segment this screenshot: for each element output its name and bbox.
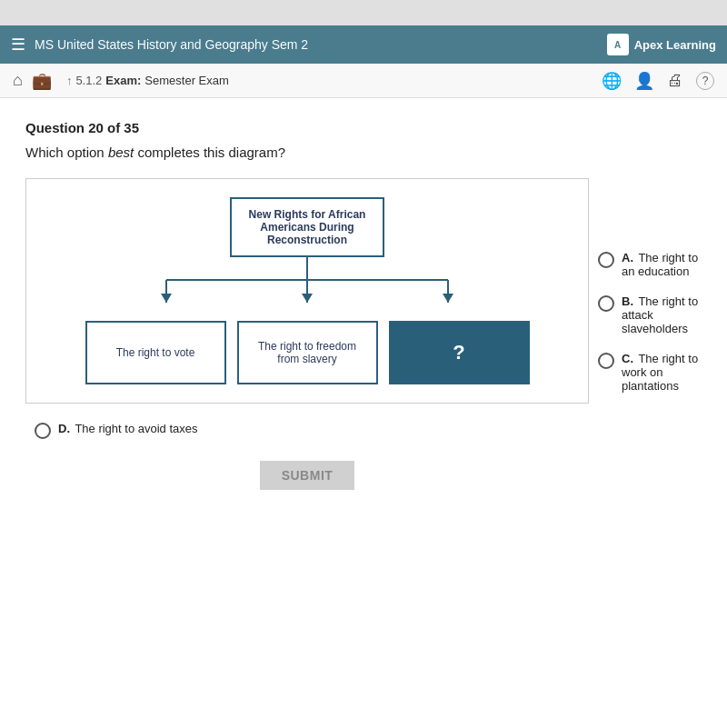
question-text-before: Which option bbox=[25, 145, 108, 160]
option-b-label: B. bbox=[622, 294, 633, 308]
briefcase-icon[interactable]: 💼 bbox=[32, 71, 52, 91]
diagram-container: New Rights for African Americans During … bbox=[25, 178, 589, 404]
submit-area: SUBMIT bbox=[25, 461, 589, 490]
option-a-text: A. The right to an education bbox=[622, 251, 702, 278]
diagram-top-box: New Rights for African Americans During … bbox=[230, 197, 384, 257]
radio-c[interactable] bbox=[598, 353, 614, 369]
option-b-text: B. The right to attack slaveholders bbox=[622, 294, 702, 335]
print-icon[interactable]: 🖨 bbox=[667, 71, 683, 90]
svg-marker-7 bbox=[443, 294, 453, 303]
submit-button[interactable]: SUBMIT bbox=[260, 461, 355, 490]
app-header: ☰ MS United States History and Geography… bbox=[0, 25, 727, 64]
diagram-connectors bbox=[89, 257, 525, 321]
radio-d[interactable] bbox=[35, 423, 51, 439]
apex-label: Apex Learning bbox=[634, 38, 716, 52]
diagram-box-unknown: ? bbox=[389, 321, 530, 384]
question-text: Which option best completes this diagram… bbox=[25, 145, 702, 160]
translate-icon[interactable]: 🌐 bbox=[602, 71, 622, 91]
option-d-value: The right to avoid taxes bbox=[75, 422, 197, 435]
breadcrumb-section: 5.1.2 bbox=[75, 74, 102, 87]
sub-nav: ⌂ 💼 ↑ 5.1.2 Exam: Semester Exam 🌐 👤 🖨 ? bbox=[0, 64, 727, 98]
option-b-row[interactable]: B. The right to attack slaveholders bbox=[598, 294, 702, 335]
option-d-label: D. bbox=[58, 422, 70, 435]
option-c-label: C. bbox=[622, 352, 633, 365]
option-d-text: D. The right to avoid taxes bbox=[58, 422, 198, 435]
breadcrumb-label: Exam: bbox=[105, 74, 141, 87]
browser-bar bbox=[0, 0, 727, 25]
apex-logo: A Apex Learning bbox=[607, 34, 716, 55]
diagram-box-vote: The right to vote bbox=[85, 321, 226, 384]
question-text-italic: best bbox=[108, 145, 134, 160]
svg-marker-6 bbox=[302, 294, 313, 303]
question-text-after: completes this diagram? bbox=[134, 145, 285, 160]
option-a-row[interactable]: A. The right to an education bbox=[598, 251, 702, 278]
question-header: Question 20 of 35 bbox=[25, 120, 702, 135]
breadcrumb-arrow-icon: ↑ bbox=[66, 74, 73, 87]
help-icon[interactable]: ? bbox=[696, 72, 714, 90]
app-title: MS United States History and Geography S… bbox=[35, 37, 308, 52]
option-c-text: C. The right to work on plantations bbox=[622, 352, 702, 393]
option-c-row[interactable]: C. The right to work on plantations bbox=[598, 352, 702, 393]
home-icon[interactable]: ⌂ bbox=[13, 71, 23, 90]
breadcrumb-detail: Semester Exam bbox=[144, 74, 228, 87]
person-icon[interactable]: 👤 bbox=[634, 71, 654, 91]
breadcrumb: ↑ 5.1.2 Exam: Semester Exam bbox=[66, 74, 229, 87]
option-a-label: A. bbox=[622, 251, 633, 264]
option-d-row[interactable]: D. The right to avoid taxes bbox=[35, 422, 589, 439]
hamburger-icon[interactable]: ☰ bbox=[11, 35, 25, 55]
radio-a[interactable] bbox=[598, 252, 614, 268]
diagram-box-freedom: The right to freedom from slavery bbox=[237, 321, 378, 384]
radio-b[interactable] bbox=[598, 295, 614, 312]
main-content: Question 20 of 35 Which option best comp… bbox=[0, 98, 727, 728]
svg-marker-5 bbox=[161, 294, 172, 303]
apex-icon: A bbox=[607, 34, 629, 55]
